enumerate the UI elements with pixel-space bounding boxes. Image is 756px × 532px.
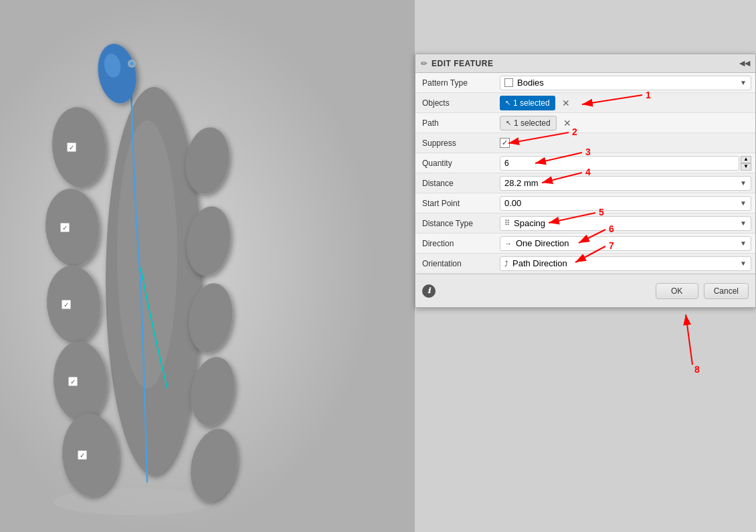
panel-body: Pattern Type Bodies ▼ Objects	[415, 73, 755, 274]
pattern-type-row: Pattern Type Bodies ▼	[415, 73, 755, 93]
objects-label: Objects	[415, 98, 496, 108]
edit-feature-panel: ✏ EDIT FEATURE ◀◀ Pattern Type Bodies ▼	[415, 54, 756, 308]
path-row: Path ↖ 1 selected ✕	[415, 113, 755, 133]
distance-dropdown[interactable]: 28.2 mm ▼	[500, 176, 751, 191]
info-button[interactable]: ℹ	[422, 284, 436, 298]
suppress-checkbox[interactable]	[500, 138, 510, 148]
svg-text:✓: ✓	[62, 224, 68, 232]
suppress-control	[496, 138, 755, 148]
info-icon: ℹ	[428, 286, 430, 295]
cursor-icon: ↖	[505, 99, 510, 106]
svg-text:✓: ✓	[80, 452, 85, 459]
orientation-label: Orientation	[415, 259, 496, 268]
arrow-left-icon: ◀◀	[739, 59, 750, 68]
direction-row: Direction → One Direction ▼	[415, 234, 755, 254]
direction-label: Direction	[415, 239, 496, 248]
quantity-row: Quantity ▲ ▼	[415, 153, 755, 173]
orientation-icon: ⤴	[504, 260, 508, 268]
distance-control: 28.2 mm ▼	[496, 176, 755, 191]
quantity-increment-button[interactable]: ▲	[741, 156, 751, 163]
start-point-dropdown[interactable]: 0.00 ▼	[500, 196, 751, 211]
orientation-control: ⤴ Path Direction ▼	[496, 256, 755, 271]
objects-selected-value: 1 selected	[513, 98, 550, 108]
panel-footer: ℹ OK Cancel	[415, 274, 755, 307]
start-point-row: Start Point 0.00 ▼	[415, 193, 755, 213]
quantity-input[interactable]	[500, 156, 739, 171]
bodies-checkbox-icon	[504, 78, 513, 87]
distance-type-arrow: ▼	[740, 219, 747, 227]
path-selected-value: 1 selected	[514, 118, 551, 128]
edit-icon: ✏	[421, 59, 428, 68]
pattern-type-label: Pattern Type	[415, 78, 496, 88]
quantity-label: Quantity	[415, 159, 496, 168]
distance-dropdown-arrow: ▼	[740, 179, 747, 187]
direction-control: → One Direction ▼	[496, 236, 755, 251]
panel-collapse-arrows[interactable]: ◀◀	[739, 59, 750, 68]
ok-button[interactable]: OK	[656, 283, 698, 299]
distance-type-row: Distance Type ⠿ Spacing ▼	[415, 213, 755, 234]
direction-value: One Direction	[516, 238, 569, 248]
direction-dropdown[interactable]: → One Direction ▼	[500, 236, 751, 251]
svg-text:8: 8	[694, 364, 700, 375]
distance-type-dropdown[interactable]: ⠿ Spacing ▼	[500, 216, 751, 231]
svg-point-3	[117, 120, 177, 388]
quantity-control: ▲ ▼	[496, 156, 755, 171]
panel-title: EDIT FEATURE	[432, 59, 493, 68]
pattern-type-value: Bodies	[517, 78, 544, 88]
dropdown-arrow-icon: ▼	[740, 79, 747, 86]
orientation-row: Orientation ⤴ Path Direction ▼	[415, 254, 755, 274]
start-point-label: Start Point	[415, 199, 496, 208]
suppress-label: Suppress	[415, 139, 496, 148]
panel-header: ✏ EDIT FEATURE ◀◀	[415, 54, 755, 73]
cancel-button[interactable]: Cancel	[704, 283, 749, 299]
spacing-icon: ⠿	[504, 219, 510, 228]
path-clear-button[interactable]: ✕	[561, 118, 574, 128]
pattern-type-control: Bodies ▼	[496, 76, 755, 90]
distance-label: Distance	[415, 179, 496, 188]
path-cursor-icon: ↖	[506, 119, 511, 126]
distance-value: 28.2 mm	[504, 178, 539, 188]
objects-selected-button[interactable]: ↖ 1 selected	[500, 96, 555, 110]
svg-point-1	[54, 489, 214, 515]
orientation-value: Path Direction	[512, 258, 567, 268]
path-control: ↖ 1 selected ✕	[496, 116, 755, 130]
suppress-row: Suppress	[415, 133, 755, 153]
orientation-arrow: ▼	[740, 260, 747, 267]
path-label: Path	[415, 118, 496, 128]
direction-arrow: ▼	[740, 240, 747, 247]
svg-line-43	[686, 315, 692, 365]
distance-type-value: Spacing	[514, 218, 545, 228]
svg-text:✓: ✓	[64, 301, 69, 308]
distance-type-label: Distance Type	[415, 219, 496, 228]
objects-row: Objects ↖ 1 selected ✕	[415, 93, 755, 113]
distance-row: Distance 28.2 mm ▼	[415, 173, 755, 193]
start-point-dropdown-arrow: ▼	[740, 199, 747, 207]
pattern-type-dropdown[interactable]: Bodies ▼	[500, 76, 751, 90]
start-point-value: 0.00	[504, 198, 521, 208]
path-selected-button[interactable]: ↖ 1 selected	[500, 116, 557, 130]
direction-icon: →	[504, 240, 512, 248]
quantity-decrement-button[interactable]: ▼	[741, 163, 751, 171]
orientation-dropdown[interactable]: ⤴ Path Direction ▼	[500, 256, 751, 271]
svg-point-7	[130, 62, 134, 66]
canvas-area: ✓ ✓ ✓ ✓ ✓	[0, 0, 415, 532]
distance-type-control: ⠿ Spacing ▼	[496, 216, 755, 231]
svg-text:✓: ✓	[70, 378, 76, 385]
start-point-control: 0.00 ▼	[496, 196, 755, 211]
svg-text:✓: ✓	[69, 144, 74, 151]
objects-clear-button[interactable]: ✕	[559, 98, 573, 108]
objects-control: ↖ 1 selected ✕	[496, 96, 755, 110]
